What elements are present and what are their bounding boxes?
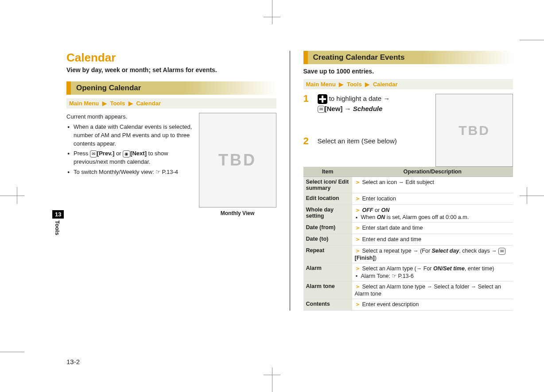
page-title: Calendar <box>66 51 276 65</box>
breadcrumb-item: Calendar <box>373 81 398 88</box>
arrow-right-icon: → <box>383 95 390 102</box>
breadcrumb-left: Main Menu ▶ Tools ▶ Calendar <box>66 98 276 108</box>
chapter-number-tab: 13 <box>52 210 64 219</box>
operations-table: Item Operation/Description Select icon/ … <box>303 167 513 311</box>
chevron-prefix-icon: ＞ <box>355 301 361 307</box>
crop-mark <box>0 352 24 352</box>
op-cell: ＞OFF or ON When ON is set, Alarm goes of… <box>352 205 513 223</box>
crop-mark <box>520 40 544 40</box>
camera-key-icon: ◉ <box>123 150 130 158</box>
figure-caption: Monthly View <box>199 210 276 216</box>
chevron-prefix-icon: ＞ <box>355 248 361 254</box>
section-heading-opening: Opening Calendar <box>66 81 276 95</box>
item-cell: Date (to) <box>303 234 352 246</box>
arrow-right-icon: → <box>345 105 351 112</box>
crop-mark <box>0 196 24 196</box>
column-divider <box>290 51 290 311</box>
table-row: Alarm tone ＞Select an Alarm tone type → … <box>303 281 513 299</box>
section-heading-creating: Creating Calendar Events <box>303 51 513 64</box>
table-row: Edit location ＞Enter location <box>303 193 513 205</box>
step-number: 2 <box>303 136 312 146</box>
table-row: Whole day setting ＞OFF or ON When ON is … <box>303 205 513 223</box>
table-row: Alarm ＞Select an Alarm type (→ For ON/Se… <box>303 263 513 281</box>
table-row: Date (to) ＞Enter end date and time <box>303 234 513 246</box>
crop-mark <box>17 187 17 204</box>
bullet-item: When a date with Calendar events is sele… <box>67 123 276 148</box>
op-cell: ＞Select an Alarm tone type → Select a fo… <box>352 281 513 299</box>
op-cell: ＞Select an icon → Edit subject <box>352 177 513 193</box>
pointer-icon <box>392 273 398 279</box>
pointer-icon <box>155 169 162 175</box>
op-cell: ＞Enter location <box>352 193 513 205</box>
op-cell: ＞Enter end date and time <box>352 234 513 246</box>
crop-mark <box>264 17 280 17</box>
bullet-item: To switch Monthly/Weekly view: P.13-4 <box>67 168 276 177</box>
chevron-prefix-icon: ＞ <box>355 265 361 272</box>
breadcrumb-item: Main Menu <box>306 81 336 88</box>
chevron-prefix-icon: ＞ <box>355 225 361 231</box>
crop-mark <box>272 368 272 392</box>
step-1: 1 to highlight a date → ✉[New] → Schedul… <box>303 94 432 114</box>
table-row: Repeat ＞Select a repeat type → (For Sele… <box>303 246 513 263</box>
right-column: Creating Calendar Events Save up to 1000… <box>303 51 513 311</box>
breadcrumb-item: Tools <box>347 81 362 88</box>
chevron-right-icon: ▶ <box>101 100 109 107</box>
chevron-prefix-icon: ＞ <box>355 196 361 202</box>
chevron-right-icon: ▶ <box>337 81 345 88</box>
table-row: Date (from) ＞Enter start date and time <box>303 223 513 234</box>
chevron-right-icon: ▶ <box>127 100 135 107</box>
step-2: 2 Select an item (See below) <box>303 136 432 146</box>
screenshot-placeholder: TBD <box>435 94 513 167</box>
breadcrumb-item: Main Menu <box>69 100 99 107</box>
chevron-right-icon: ▶ <box>363 81 371 88</box>
left-column: Calendar View by day, week or month; set… <box>66 51 276 311</box>
item-cell: Date (from) <box>303 223 352 234</box>
table-header-operation: Operation/Description <box>352 167 513 177</box>
crop-mark <box>264 375 280 375</box>
item-cell: Whole day setting <box>303 205 352 223</box>
chevron-prefix-icon: ＞ <box>355 236 361 242</box>
mail-key-icon: ✉ <box>318 106 325 113</box>
camera-key-icon: ✉ <box>90 150 97 158</box>
chevron-prefix-icon: ＞ <box>355 179 361 185</box>
intro-text: Save up to 1000 entries. <box>303 68 513 75</box>
op-cell: ＞Enter event description <box>352 299 513 311</box>
breadcrumb-item: Tools <box>110 100 125 107</box>
page-number: 13-2 <box>66 358 80 365</box>
bullet-item: Press ✉[Prev.] or ◉[Next] to show previo… <box>67 150 276 166</box>
item-cell: Alarm tone <box>303 281 352 299</box>
chevron-prefix-icon: ＞ <box>355 284 361 290</box>
table-row: Contents ＞Enter event description <box>303 299 513 311</box>
item-cell: Repeat <box>303 246 352 263</box>
op-cell: ＞Select a repeat type → (For Select day,… <box>352 246 513 263</box>
crop-mark <box>272 0 272 24</box>
step-number: 1 <box>303 94 312 114</box>
dpad-icon <box>318 94 327 104</box>
mail-key-icon: ✉ <box>498 248 505 255</box>
step-text: Select an item (See below) <box>318 136 432 146</box>
item-cell: Edit location <box>303 193 352 205</box>
breadcrumb-right: Main Menu ▶ Tools ▶ Calendar <box>303 79 513 89</box>
chevron-prefix-icon: ＞ <box>355 207 361 213</box>
op-cell: ＞Select an Alarm type (→ For ON/Set time… <box>352 263 513 281</box>
chapter-label-tab: Tools <box>54 220 61 235</box>
breadcrumb-item: Calendar <box>136 100 161 107</box>
item-cell: Alarm <box>303 263 352 281</box>
page-subtitle: View by day, week or month; set Alarms f… <box>66 66 276 73</box>
table-header-item: Item <box>303 167 352 177</box>
crop-mark <box>527 187 527 204</box>
item-cell: Select icon/ Edit summary <box>303 177 352 193</box>
item-cell: Contents <box>303 299 352 311</box>
crop-mark <box>520 196 544 196</box>
op-cell: ＞Enter start date and time <box>352 223 513 234</box>
figure-edit-schedule: TBD <box>435 94 513 167</box>
table-row: Select icon/ Edit summary ＞Select an ico… <box>303 177 513 193</box>
